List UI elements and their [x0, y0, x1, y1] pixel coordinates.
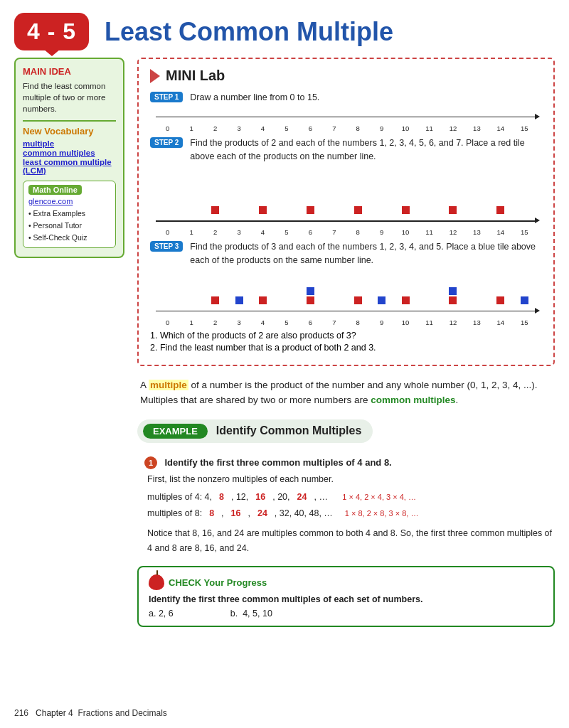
multiples-4-row: multiples of 4: 4, 8 , 12, 16 , 20, 24 ,…: [147, 490, 555, 505]
check-your-progress: CHECK Your Progress Identify the first t…: [137, 566, 555, 627]
footer-page: 216: [14, 708, 28, 718]
example-title: Identify Common Multiples: [216, 424, 361, 437]
footer-chapter-text: Fractions and Decimals: [78, 708, 166, 718]
tile-red: [402, 206, 410, 214]
mini-lab-title: MINI Lab: [166, 68, 225, 84]
nl-arrow-2-icon: [535, 218, 540, 223]
m4-hint: 1 × 4, 2 × 4, 3 × 4, …: [342, 491, 416, 504]
problem-number: 1: [144, 456, 157, 469]
nl-nums-1: 0123456789101112131415: [156, 124, 536, 132]
tile-blue: [378, 296, 385, 304]
check-header: CHECK Your Progress: [149, 574, 543, 590]
vocab-common-multiples: common multiples: [23, 149, 116, 157]
problem-header: 1 Identify the first three common multip…: [144, 456, 555, 469]
tile-red: [402, 296, 410, 304]
extra-examples-item: • Extra Examples: [28, 208, 110, 220]
tile-red: [354, 296, 362, 304]
step-3-row: STEP 3 Find the products of 3 and each o…: [150, 240, 542, 267]
definition-text: A multiple of a number is the product of…: [137, 378, 555, 408]
tile-red: [259, 296, 267, 304]
problem-section: 1 Identify the first three common multip…: [137, 456, 555, 556]
problem-body: First, list the nonzero multiples of eac…: [144, 472, 555, 556]
page-title: Least Common Multiple: [105, 17, 393, 47]
mini-lab-triangle-icon: [150, 69, 160, 83]
math-online-title: Math Online: [28, 185, 82, 195]
nl-axis-2: [156, 214, 536, 228]
nl-axis-1: /* ticks rendered below */: [156, 110, 536, 124]
step-1-row: STEP 1 Draw a number line from 0 to 15.: [150, 91, 542, 105]
m8-8: 8: [209, 506, 214, 521]
mini-lab-header: MINI Lab: [150, 68, 542, 84]
nl-axis-3: [156, 304, 536, 318]
m4-16: 16: [255, 490, 265, 505]
m8-hint: 1 × 8, 2 × 8, 3 × 8, …: [345, 507, 419, 520]
step-3-text: Find the products of 3 and each of the n…: [190, 240, 542, 267]
page-header: 4 - 5 Least Common Multiple: [0, 0, 569, 58]
mini-lab-box: MINI Lab STEP 1 Draw a number line from …: [137, 58, 555, 366]
term-common-multiples: common multiples: [371, 395, 455, 405]
check-b-label: b.: [230, 609, 238, 619]
m4-24: 24: [297, 490, 307, 505]
math-online-items: • Extra Examples • Personal Tutor • Self…: [28, 208, 110, 243]
example-label: EXAMPLE: [143, 424, 208, 439]
nl2-tiles: [156, 194, 536, 214]
check-b-value: 4, 5, 10: [243, 609, 272, 619]
multiples-8-row: multiples of 8: 8 , 16 , 24 , 32, 40, 48…: [147, 506, 555, 521]
step-1-badge: STEP 1: [150, 92, 183, 102]
main-idea-text: Find the least common multiple of two or…: [23, 80, 116, 114]
tile-red: [354, 206, 362, 214]
number-line-2: 0123456789101112131415: [150, 168, 542, 236]
sidebar-divider: [23, 120, 116, 122]
problem-title: Identify the first three common multiple…: [164, 457, 391, 468]
content-area: MAIN IDEA Find the least common multiple…: [0, 58, 569, 641]
m8-24: 24: [257, 506, 267, 521]
mini-lab-title-text: MINI Lab: [166, 68, 225, 83]
sidebar-card: MAIN IDEA Find the least common multiple…: [14, 58, 124, 258]
tile-blue: [307, 287, 314, 295]
step-2-badge: STEP 2: [150, 137, 183, 148]
nl3-tiles: [156, 273, 536, 304]
number-line-3: 0123456789101112131415: [150, 273, 542, 326]
question-1: 1. Which of the products of 2 are also p…: [150, 331, 542, 341]
check-question: Identify the first three common multiple…: [149, 594, 543, 604]
tile-red: [449, 206, 457, 214]
math-online-box: Math Online glencoe.com • Extra Examples…: [23, 181, 116, 247]
step-2-row: STEP 2 Find the products of 2 and each o…: [150, 136, 542, 164]
apple-icon: [149, 574, 164, 590]
tile-red: [211, 296, 219, 304]
main-idea-title: MAIN IDEA: [23, 66, 116, 77]
tile-blue: [235, 296, 243, 304]
tile-red: [307, 206, 314, 214]
nl-nums-3: 0123456789101112131415: [156, 318, 536, 326]
check-answers: a. 2, 6 b. 4, 5, 10: [149, 609, 543, 619]
page-footer: 216 Chapter 4 Fractions and Decimals: [14, 708, 167, 718]
problem-conclusion: Notice that 8, 16, and 24 are multiples …: [147, 526, 555, 557]
tile-area-2: [156, 168, 536, 194]
term-multiple: multiple: [149, 380, 188, 390]
tile-red: [496, 296, 504, 304]
check-a-label: a.: [149, 609, 156, 619]
mini-lab-questions: 1. Which of the products of 2 are also p…: [150, 331, 542, 353]
check-title: CHECK Your Progress: [169, 577, 267, 588]
main-content: MINI Lab STEP 1 Draw a number line from …: [137, 58, 555, 627]
example-box: EXAMPLE Identify Common Multiples: [137, 419, 373, 443]
step-1-text: Draw a number line from 0 to 15.: [190, 91, 319, 105]
glencoe-link[interactable]: glencoe.com: [28, 197, 110, 205]
red-tiles-svg: [161, 168, 531, 188]
vocab-title: New Vocabulary: [23, 126, 116, 136]
footer-chapter: Chapter 4: [36, 708, 73, 718]
problem-intro: First, list the nonzero multiples of eac…: [147, 472, 555, 487]
tile-red: [307, 296, 314, 304]
check-answer-b: b. 4, 5, 10: [230, 609, 272, 619]
number-line-1: /* ticks rendered below */ 0123456789101…: [150, 110, 542, 132]
m4-8: 8: [219, 490, 224, 505]
step-2-text: Find the products of 2 and each of the n…: [190, 136, 542, 164]
sidebar: MAIN IDEA Find the least common multiple…: [14, 58, 124, 627]
vocab-multiple: multiple: [23, 139, 116, 148]
multiples-4-label: multiples of 4: 4,: [147, 490, 212, 505]
tile-blue: [449, 287, 457, 295]
step-3-badge: STEP 3: [150, 241, 183, 252]
multiples-8-label: multiples of 8:: [147, 506, 202, 521]
tile-red: [449, 296, 457, 304]
example-header-row: EXAMPLE Identify Common Multiples: [137, 419, 555, 450]
